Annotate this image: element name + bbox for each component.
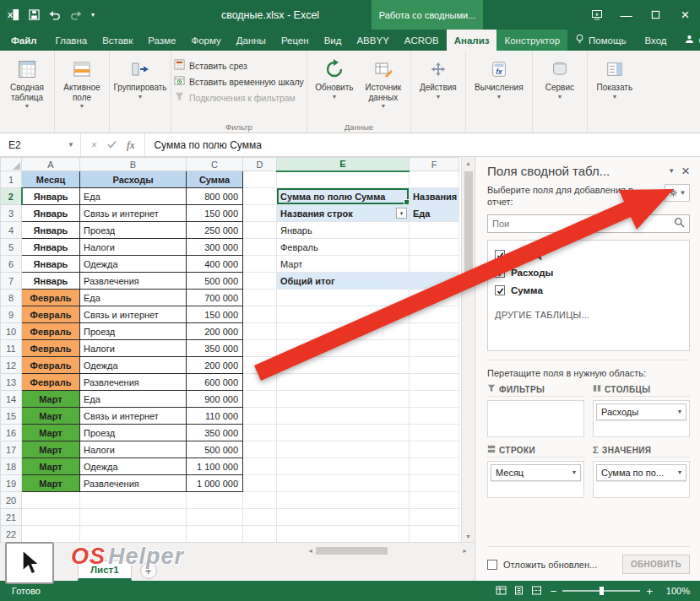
close-icon[interactable]: × — [670, 0, 700, 30]
cell-F16[interactable] — [410, 425, 459, 441]
cell-E18[interactable] — [277, 458, 410, 475]
row-header-21[interactable]: 21 — [1, 509, 22, 526]
row-header-13[interactable]: 13 — [1, 374, 22, 391]
checkbox-checked-icon[interactable] — [495, 285, 505, 295]
cell-D8[interactable] — [243, 290, 277, 306]
cell-B4[interactable]: Проезд — [80, 222, 187, 239]
row-header-22[interactable]: 22 — [1, 526, 22, 543]
cell-A19[interactable]: Март — [22, 475, 80, 492]
cell-A3[interactable]: Январь — [22, 205, 80, 222]
cell-C11[interactable]: 350 000 — [187, 340, 243, 357]
cell-F19[interactable] — [410, 475, 459, 492]
cell-A16[interactable]: Март — [22, 425, 80, 441]
cell-D10[interactable] — [243, 323, 277, 340]
cell-A12[interactable]: Февраль — [22, 357, 80, 374]
cell-A21[interactable] — [22, 509, 80, 526]
column-header-B[interactable]: B — [80, 158, 187, 171]
pane-tools-button[interactable]: ▼ — [665, 184, 690, 202]
cell-D7[interactable] — [243, 273, 277, 290]
tools-button[interactable]: Сервис ▼ — [535, 53, 584, 100]
values-drop-zone[interactable]: Сумма по по...▾ — [593, 461, 690, 498]
ribbon-tab-0[interactable]: Главна — [48, 30, 95, 51]
cell-E17[interactable] — [277, 441, 410, 458]
cell-C20[interactable] — [187, 492, 243, 509]
zoom-in-icon[interactable]: + — [646, 585, 653, 598]
ribbon-tab-1[interactable]: Вставк — [95, 30, 140, 51]
insert-slicer-button[interactable]: Вставить срез — [174, 59, 304, 72]
scroll-down-icon[interactable]: ▼ — [465, 530, 471, 542]
cell-D15[interactable] — [243, 408, 277, 425]
cell-C5[interactable]: 300 000 — [187, 239, 243, 256]
cell-B3[interactable]: Связь и интернет — [80, 205, 187, 222]
minimize-icon[interactable]: — — [611, 0, 641, 30]
vertical-scroll-thumb[interactable] — [464, 171, 473, 281]
cell-E8[interactable] — [277, 290, 410, 306]
cell-B13[interactable]: Развлечения — [80, 374, 187, 391]
cell-A9[interactable]: Февраль — [22, 306, 80, 323]
field-item-0[interactable]: Месяц — [495, 246, 682, 264]
cell-E15[interactable] — [277, 408, 410, 425]
cell-F6[interactable] — [410, 256, 459, 273]
cell-D21[interactable] — [243, 509, 277, 526]
ribbon-tab-2[interactable]: Разме — [140, 30, 183, 51]
cell-B14[interactable]: Еда — [80, 391, 187, 408]
cell-F18[interactable] — [410, 458, 459, 475]
cell-C22[interactable] — [187, 526, 243, 543]
ribbon-tab-7[interactable]: ABBYY — [349, 30, 396, 51]
ribbon-tab-6[interactable]: Вид — [317, 30, 350, 51]
cell-E9[interactable] — [277, 306, 410, 323]
cell-B6[interactable]: Одежда — [80, 256, 187, 273]
cell-C18[interactable]: 1 100 000 — [187, 458, 243, 475]
cell-F13[interactable] — [410, 374, 459, 391]
cell-B15[interactable]: Связь и интернет — [80, 408, 187, 425]
cell-A2[interactable]: Январь — [22, 188, 80, 205]
scroll-right-icon[interactable]: ► — [462, 545, 468, 557]
row-header-19[interactable]: 19 — [1, 475, 22, 492]
cell-C16[interactable]: 350 000 — [187, 425, 243, 441]
help-button[interactable]: Помощь — [567, 34, 633, 46]
row-header-16[interactable]: 16 — [1, 425, 22, 441]
cell-C6[interactable]: 400 000 — [187, 256, 243, 273]
ribbon-tab-8[interactable]: ACROB — [397, 30, 447, 51]
cell-D5[interactable] — [243, 239, 277, 256]
update-button[interactable]: ОБНОВИТЬ — [622, 555, 690, 574]
cell-C19[interactable]: 1 000 000 — [187, 475, 243, 492]
cell-B22[interactable] — [80, 526, 187, 543]
cell-E3[interactable]: Названия строк▾ — [277, 205, 410, 222]
cell-F10[interactable] — [410, 323, 459, 340]
vertical-scrollbar[interactable]: ▲ ▼ — [461, 157, 475, 542]
chevron-down-icon[interactable]: ▼ — [62, 141, 80, 149]
cell-E6[interactable]: Март — [277, 256, 410, 273]
cell-C21[interactable] — [187, 509, 243, 526]
cell-C14[interactable]: 900 000 — [187, 391, 243, 408]
zoom-slider[interactable] — [562, 590, 640, 592]
cell-F12[interactable] — [410, 357, 459, 374]
name-box[interactable]: E2 ▼ — [0, 133, 81, 156]
cell-C12[interactable]: 200 000 — [187, 357, 243, 374]
cell-D18[interactable] — [243, 458, 277, 475]
cell-D9[interactable] — [243, 306, 277, 323]
page-layout-view-icon[interactable] — [513, 586, 524, 597]
cell-D4[interactable] — [243, 222, 277, 239]
cell-E1[interactable] — [277, 171, 410, 188]
cell-F8[interactable] — [410, 290, 459, 306]
normal-view-icon[interactable] — [496, 586, 507, 597]
cell-C4[interactable]: 250 000 — [187, 222, 243, 239]
row-header-20[interactable]: 20 — [1, 492, 22, 509]
horizontal-scroll-thumb[interactable] — [316, 547, 388, 555]
cell-A18[interactable]: Март — [22, 458, 80, 475]
cell-B7[interactable]: Развлечения — [80, 273, 187, 290]
cell-E10[interactable] — [277, 323, 410, 340]
cell-F2[interactable]: Названия — [410, 188, 459, 205]
cell-C13[interactable]: 600 000 — [187, 374, 243, 391]
cell-F14[interactable] — [410, 391, 459, 408]
cell-E11[interactable] — [277, 340, 410, 357]
cell-F5[interactable] — [410, 239, 459, 256]
cell-E7[interactable]: Общий итог — [277, 273, 410, 290]
more-tables-link[interactable]: ДРУГИЕ ТАБЛИЦЫ... — [495, 310, 682, 320]
cell-B21[interactable] — [80, 509, 187, 526]
data-source-button[interactable]: Источник данных ▼ — [359, 53, 408, 110]
column-header-E[interactable]: E — [277, 158, 410, 171]
cell-F15[interactable] — [410, 408, 459, 425]
checkbox-checked-icon[interactable] — [495, 268, 505, 278]
